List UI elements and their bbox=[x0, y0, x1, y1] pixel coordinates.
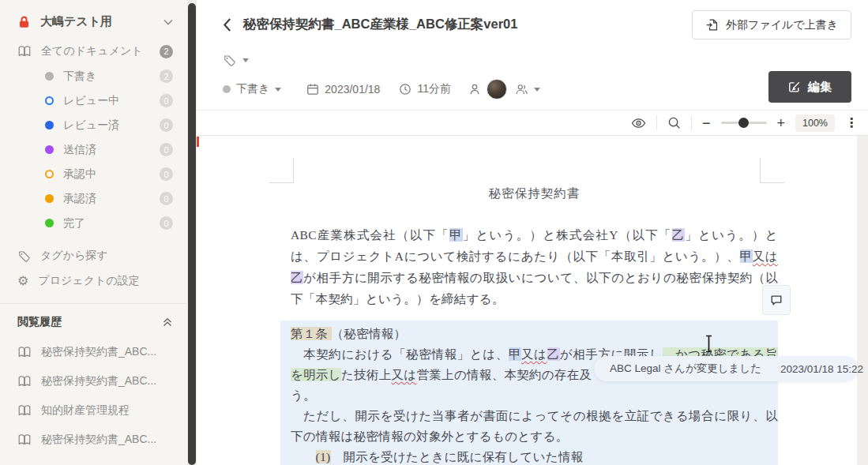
sidebar-item-label: プロジェクトの設定 bbox=[38, 274, 173, 288]
doc-text-segment: を明示し bbox=[291, 368, 341, 381]
people-icon bbox=[515, 83, 528, 96]
pencil-square-icon bbox=[788, 81, 801, 93]
doc-line: ABC産業株式会社（以下「甲」という。）と株式会社Y（以下「乙」という。）と bbox=[291, 224, 778, 246]
kebab-menu-button[interactable]: ⋮ bbox=[845, 115, 858, 130]
doc-text-segment: 」という。）と株式会社Y（以下「 bbox=[463, 228, 672, 242]
count-badge: 0 bbox=[160, 143, 173, 156]
sidebar-item-project-settings[interactable]: ⚙ プロジェクトの設定 bbox=[0, 268, 187, 294]
count-badge: 2 bbox=[160, 69, 173, 83]
sidebar-item-draft[interactable]: 下書き 2 bbox=[0, 64, 187, 88]
doc-text-segment: 第１条 bbox=[291, 327, 332, 340]
sidebar-item-tag-search[interactable]: タグから探す bbox=[0, 243, 187, 268]
history-item[interactable]: 秘密保持契約書_ABC... bbox=[0, 425, 187, 454]
sidebar-item-approved[interactable]: 承認済 0 bbox=[0, 186, 187, 211]
comment-button[interactable] bbox=[762, 285, 791, 315]
history-item-label: 秘密保持契約書_ABC... bbox=[41, 345, 156, 359]
status-dot bbox=[45, 170, 54, 178]
count-badge: 0 bbox=[160, 216, 173, 230]
edge-marker bbox=[197, 137, 199, 147]
date-value: 2023/01/18 bbox=[325, 83, 380, 96]
doc-text-segment: 又は bbox=[521, 347, 547, 361]
clause-block: 第１条 （秘密情報） 本契約における「秘密情報」とは、甲又は乙が相手方に開示し、… bbox=[280, 321, 778, 465]
doc-text-segment: た技術上 bbox=[341, 368, 392, 381]
doc-text-segment: 本契約における「秘密情報」とは、 bbox=[291, 347, 509, 361]
doc-text-segment: (1) bbox=[316, 450, 331, 463]
text-cursor-icon bbox=[705, 335, 713, 356]
page-title: 秘密保持契約書_ABC産業様_ABC修正案ver01 bbox=[243, 16, 517, 33]
contract-preamble: ABC産業株式会社（以下「甲」という。）と株式会社Y（以下「乙」という。）と は… bbox=[291, 224, 778, 309]
sidebar-item-reviewed[interactable]: レビュー済 0 bbox=[0, 113, 187, 137]
sidebar-item-in-review[interactable]: レビュー中 0 bbox=[0, 88, 187, 113]
status-label: レビュー中 bbox=[63, 94, 150, 108]
editor-user[interactable] bbox=[468, 79, 507, 99]
doc-text-segment: 乙 bbox=[672, 228, 686, 242]
doc-line: (1) 開示を受けたときに既に保有していた情報 bbox=[291, 447, 778, 465]
status-dropdown[interactable]: 下書き bbox=[223, 82, 281, 96]
history-item[interactable]: 知的財産管理規程 bbox=[0, 396, 187, 425]
history-item-label: 知的財産管理規程 bbox=[41, 403, 130, 418]
preview-eye-button[interactable] bbox=[631, 118, 646, 129]
count-badge: 0 bbox=[160, 118, 173, 132]
count-badge: 0 bbox=[160, 94, 173, 107]
doc-text-segment: ただし、開示を受けた当事者が書面によってその根拠を立証できる場合に限り、以 bbox=[291, 409, 778, 422]
zoom-slider[interactable] bbox=[721, 118, 767, 129]
contract-title: 秘密保持契約書 bbox=[291, 186, 778, 202]
status-label: 承認済 bbox=[63, 192, 150, 206]
members-dropdown[interactable] bbox=[515, 83, 540, 96]
status-label: 承認中 bbox=[63, 167, 150, 182]
sidebar-scrollbar-thumb[interactable] bbox=[188, 3, 196, 465]
page-corner-mark bbox=[760, 158, 784, 183]
sidebar-item-approving[interactable]: 承認中 0 bbox=[0, 162, 187, 186]
history-section-title: 閲覧履歴 bbox=[17, 315, 162, 329]
sidebar-scrollbar[interactable] bbox=[187, 0, 197, 465]
doc-text-segment: 営業上の情報、本契約の存在及 bbox=[416, 368, 592, 381]
sidebar-item-done[interactable]: 完了 0 bbox=[0, 211, 187, 235]
zoom-in-button[interactable]: + bbox=[777, 116, 786, 130]
status-dot bbox=[45, 72, 54, 81]
chevron-down-icon[interactable] bbox=[163, 19, 173, 25]
history-item-label: 秘密保持契約書_ABC... bbox=[41, 433, 156, 447]
sidebar-item-sent[interactable]: 送信済 0 bbox=[0, 137, 187, 162]
doc-text-segment: 」という。）と bbox=[685, 228, 778, 242]
divider bbox=[691, 115, 692, 130]
doc-text-segment: 甲 bbox=[740, 249, 753, 263]
doc-text-segment: 甲 bbox=[509, 347, 521, 361]
overwrite-button-label: 外部ファイルで上書き bbox=[726, 18, 838, 32]
doc-text-segment: 乙 bbox=[291, 271, 303, 284]
doc-text-segment: 下の情報は秘密情報の対象外とするものとする。 bbox=[291, 429, 569, 443]
edit-button[interactable]: 編集 bbox=[768, 71, 851, 103]
doc-text-segment: が相手方に開示する秘密情報の取扱いについて、以下のとおりの秘密保持契約（以 bbox=[303, 271, 778, 284]
doc-text-segment: 甲 bbox=[449, 228, 463, 242]
tag-dropdown[interactable] bbox=[223, 54, 249, 67]
doc-line: 下の情報は秘密情報の対象外とするものとする。 bbox=[291, 426, 778, 447]
doc-text-segment: ABC産業株式会社（以下「 bbox=[291, 228, 449, 242]
status-label: 下書き bbox=[236, 82, 269, 96]
history-item[interactable]: 秘密保持契約書_ABC... bbox=[0, 366, 187, 396]
doc-line: は、プロジェクトAについて検討するにあたり（以下「本取引」という。）、甲又は bbox=[291, 246, 778, 267]
doc-line: 乙が相手方に開示する秘密情報の取扱いについて、以下のとおりの秘密保持契約（以 bbox=[291, 267, 778, 288]
doc-text-segment: う。 bbox=[291, 388, 316, 402]
book-icon bbox=[17, 433, 32, 447]
tag-icon bbox=[17, 249, 31, 263]
doc-text-segment bbox=[291, 450, 316, 463]
zoom-out-button[interactable]: − bbox=[702, 116, 711, 130]
project-name: 大嶋テスト用 bbox=[40, 14, 154, 29]
overwrite-external-file-button[interactable]: 外部ファイルで上書き bbox=[692, 10, 851, 39]
sidebar: 大嶋テスト用 全てのドキュメント 2 下書き 2 レビュー中 0 レビュー済 0… bbox=[0, 0, 187, 465]
project-switcher[interactable]: 大嶋テスト用 bbox=[0, 8, 187, 39]
count-badge: 2 bbox=[160, 45, 173, 58]
history-item[interactable]: 秘密保持契約書_ABC... bbox=[0, 337, 187, 366]
book-icon bbox=[17, 374, 32, 388]
avatar[interactable] bbox=[487, 79, 507, 99]
speech-bubble-icon bbox=[770, 294, 783, 306]
collapse-icon[interactable] bbox=[162, 317, 173, 328]
divider bbox=[656, 115, 657, 130]
sidebar-item-all-documents[interactable]: 全てのドキュメント 2 bbox=[0, 39, 187, 64]
sidebar-item-label: 全てのドキュメント bbox=[41, 44, 150, 58]
zoom-slider-knob[interactable] bbox=[738, 118, 749, 128]
person-icon bbox=[468, 83, 481, 96]
doc-text-segment: 乙 bbox=[547, 347, 560, 361]
search-button[interactable] bbox=[667, 116, 681, 129]
back-button[interactable] bbox=[223, 18, 231, 32]
status-dot bbox=[45, 145, 54, 154]
